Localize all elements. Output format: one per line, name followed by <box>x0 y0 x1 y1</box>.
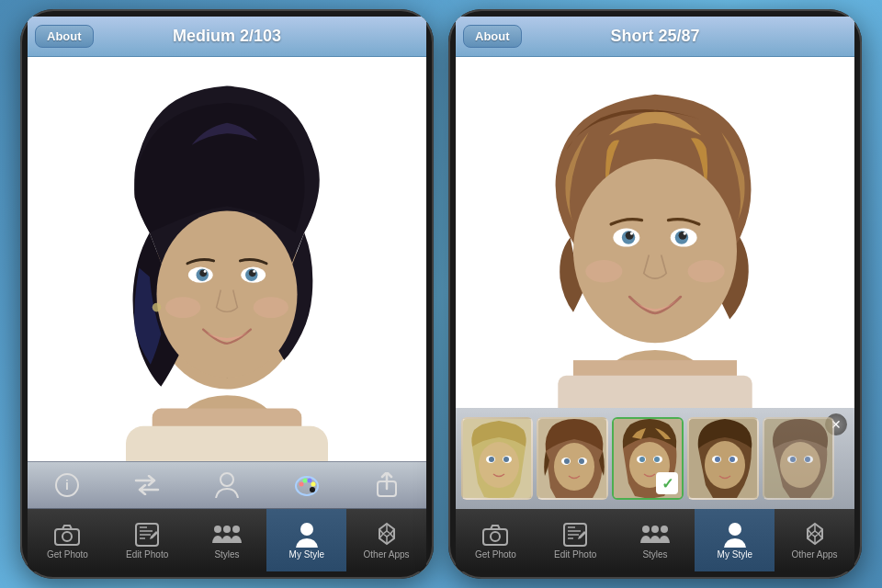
tab-label-edit-photo-right: Edit Photo <box>554 549 596 560</box>
hair-thumb-1[interactable] <box>461 417 533 500</box>
tab-bar-right: Get Photo Edit Photo <box>456 509 854 571</box>
tab-styles-right[interactable]: Styles <box>616 509 695 571</box>
tab-label-styles-left: Styles <box>214 549 239 560</box>
phone-right: About Short 25/87 <box>448 9 862 579</box>
phone-left: About Medium 2/103 <box>20 9 434 579</box>
selected-checkmark: ✓ <box>656 472 678 494</box>
photo-area-left <box>28 57 426 461</box>
svg-point-88 <box>642 526 650 533</box>
svg-point-44 <box>573 159 737 343</box>
camera-icon-left <box>52 522 82 548</box>
styles-icon-left <box>212 522 242 548</box>
svg-point-70 <box>639 457 645 462</box>
svg-point-84 <box>805 457 810 462</box>
tab-bar-left: Get Photo Edit Photo <box>28 509 426 571</box>
svg-point-23 <box>307 479 311 483</box>
tab-get-photo-right[interactable]: Get Photo <box>456 509 536 571</box>
svg-point-56 <box>479 442 519 488</box>
svg-point-33 <box>300 523 313 536</box>
svg-point-78 <box>729 457 735 462</box>
tab-my-style-right[interactable]: My Style <box>695 509 775 571</box>
svg-point-72 <box>654 457 660 462</box>
mystyle-icon-left <box>292 522 322 548</box>
svg-point-19 <box>220 473 233 486</box>
photo-area-right <box>456 57 854 408</box>
svg-point-16 <box>153 303 162 312</box>
swap-icon-left[interactable] <box>130 469 164 502</box>
svg-point-31 <box>223 526 231 533</box>
svg-point-13 <box>253 270 255 273</box>
tab-edit-photo-right[interactable]: Edit Photo <box>536 509 616 571</box>
svg-point-30 <box>214 526 221 533</box>
tab-my-style-left[interactable]: My Style <box>266 509 346 571</box>
hair-thumb-5[interactable] <box>763 417 834 500</box>
apps-icon-left <box>372 522 401 548</box>
svg-point-91 <box>729 523 741 536</box>
svg-point-14 <box>165 297 200 318</box>
tab-other-apps-left[interactable]: Other Apps <box>346 509 426 571</box>
svg-point-28 <box>62 532 72 541</box>
svg-text:i: i <box>65 478 69 492</box>
hair-thumb-4[interactable] <box>687 417 759 500</box>
edit-icon-left <box>132 522 162 548</box>
tab-label-get-photo-left: Get Photo <box>47 549 88 560</box>
svg-point-62 <box>554 443 594 491</box>
tab-get-photo-left[interactable]: Get Photo <box>28 509 107 571</box>
share-icon-left[interactable] <box>370 469 403 502</box>
svg-point-89 <box>651 526 659 533</box>
svg-point-48 <box>630 232 633 234</box>
svg-point-9 <box>204 270 207 273</box>
svg-point-25 <box>310 487 315 492</box>
svg-point-90 <box>661 526 668 533</box>
svg-rect-43 <box>558 376 752 408</box>
about-button-right[interactable]: About <box>463 25 522 48</box>
person-icon-left[interactable] <box>210 469 243 502</box>
face-svg-left <box>28 57 426 461</box>
info-icon-left[interactable]: i <box>51 469 84 502</box>
svg-point-58 <box>489 457 494 462</box>
tab-edit-photo-left[interactable]: Edit Photo <box>107 509 187 571</box>
hair-thumb-3[interactable]: ✓ <box>612 417 684 500</box>
tab-label-my-style-left: My Style <box>289 549 324 560</box>
svg-point-15 <box>254 297 288 318</box>
tab-other-apps-right[interactable]: Other Apps <box>775 509 854 571</box>
phones-container: About Medium 2/103 <box>20 9 862 579</box>
svg-point-5 <box>156 210 297 378</box>
svg-point-32 <box>232 526 240 533</box>
face-svg-right <box>456 57 854 408</box>
mystyle-icon-right <box>720 522 750 548</box>
svg-point-24 <box>311 482 315 487</box>
about-button-left[interactable]: About <box>35 25 94 48</box>
edit-icon-right <box>560 522 590 548</box>
camera-icon-right <box>481 522 510 548</box>
svg-point-22 <box>302 479 307 483</box>
svg-point-80 <box>780 442 820 488</box>
tab-label-other-apps-right: Other Apps <box>792 549 838 560</box>
svg-point-52 <box>684 232 686 234</box>
svg-point-66 <box>579 458 584 464</box>
toolbar-left: i <box>28 461 426 509</box>
hair-thumb-2[interactable] <box>537 417 608 500</box>
tab-label-my-style-right: My Style <box>718 549 752 560</box>
tab-label-get-photo-right: Get Photo <box>475 549 516 560</box>
svg-point-21 <box>299 482 303 487</box>
svg-rect-3 <box>126 426 328 461</box>
svg-point-82 <box>790 457 796 462</box>
svg-point-76 <box>715 457 720 462</box>
tab-label-other-apps-left: Other Apps <box>364 549 410 560</box>
svg-point-53 <box>585 260 622 282</box>
svg-point-74 <box>705 441 745 489</box>
tab-label-styles-right: Styles <box>642 549 667 560</box>
svg-point-54 <box>688 260 725 282</box>
svg-point-64 <box>564 458 570 464</box>
nav-bar-right: About Short 25/87 <box>456 17 854 57</box>
nav-title-right: Short 25/87 <box>610 27 699 46</box>
tab-styles-left[interactable]: Styles <box>187 509 267 571</box>
styles-icon-right <box>640 522 670 548</box>
tab-label-edit-photo-left: Edit Photo <box>126 549 168 560</box>
phone-left-screen: About Medium 2/103 <box>28 17 426 571</box>
hair-selector-right: ✕ <box>456 408 854 509</box>
palette-icon-left[interactable] <box>290 469 323 502</box>
phone-right-screen: About Short 25/87 <box>456 17 854 571</box>
svg-point-86 <box>491 532 500 541</box>
